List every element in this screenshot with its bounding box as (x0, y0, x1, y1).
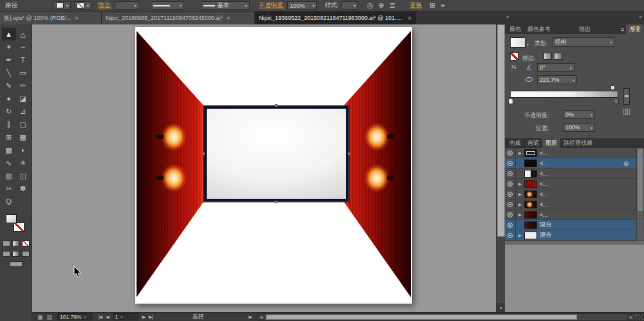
visibility-toggle[interactable] (505, 199, 516, 210)
gradient-stop-right[interactable] (614, 98, 619, 104)
scroll-left-button[interactable]: ◀ (258, 314, 265, 320)
mesh-tool[interactable]: ▦ (16, 131, 30, 143)
fill-indicator[interactable] (6, 214, 17, 223)
layer-row[interactable]: ▶ <... (505, 199, 644, 210)
expand-arrow-icon[interactable]: ▶ (516, 212, 524, 217)
column-graph-tool[interactable]: ▥ (2, 169, 16, 182)
line-segment-tool[interactable]: ╲ (2, 66, 16, 79)
stop-opacity-dropdown[interactable]: 0%▾ (563, 110, 595, 119)
scroll-down-button[interactable]: ▼ (497, 303, 506, 312)
tab-swatches[interactable]: 色板 (506, 138, 524, 148)
symbol-sprayer-tool[interactable]: ✳ (16, 156, 30, 169)
tab-stroke[interactable]: 描边 (576, 24, 594, 34)
fill-color-dropdown[interactable]: ▾ (53, 1, 71, 10)
draw-inside-button[interactable] (22, 251, 30, 257)
gradient-mode-button[interactable] (12, 241, 20, 246)
reverse-gradient-icon[interactable]: ⇆ (511, 64, 516, 70)
close-tab-icon[interactable]: × (227, 15, 231, 22)
hand-tool[interactable]: ✽ (16, 182, 30, 195)
layer-label[interactable]: <... (540, 160, 548, 167)
visibility-toggle[interactable] (505, 230, 516, 241)
blend-tool[interactable]: ∿ (2, 156, 16, 169)
draw-behind-button[interactable] (12, 251, 20, 257)
zoom-tool[interactable]: Q (2, 195, 16, 208)
fill-stroke-widget[interactable] (5, 213, 28, 236)
layer-row[interactable]: ▶ <... (505, 210, 644, 220)
expand-arrow-icon[interactable]: ▶ (516, 192, 524, 196)
horizontal-scrollbar[interactable]: ◀ ▶ (257, 313, 644, 321)
paintbrush-tool[interactable]: ✎ (2, 79, 16, 92)
rotate-tool[interactable]: ↻ (2, 105, 16, 118)
document-setup-icon[interactable]: ◎ (367, 2, 374, 9)
screen-mode-button[interactable] (10, 261, 23, 267)
rectangle-tool[interactable]: ▭ (16, 66, 30, 79)
resize-grip[interactable] (635, 314, 643, 320)
opacity-dropdown[interactable]: 100%▾ (287, 1, 317, 10)
visibility-toggle[interactable] (505, 220, 516, 230)
layer-label[interactable]: <... (540, 191, 548, 197)
pencil-tool[interactable]: ✏ (16, 79, 30, 92)
layer-row-selected[interactable]: ▶ 混合 (505, 230, 644, 241)
stroke-color-dropdown[interactable]: ▾ (74, 1, 91, 10)
layer-row[interactable]: ▶ <... (505, 189, 644, 199)
visibility-toggle[interactable] (505, 148, 516, 158)
tab-color[interactable]: 颜色 (506, 24, 524, 34)
gradient-stroke-swatch[interactable] (510, 52, 518, 60)
close-tab-icon[interactable]: × (75, 15, 79, 22)
opacity-label[interactable]: 不透明度: (259, 1, 285, 10)
artboard[interactable] (135, 27, 412, 304)
close-tab-icon[interactable]: × (408, 15, 412, 22)
scrollbar-thumb[interactable] (266, 315, 578, 320)
visibility-toggle[interactable] (505, 169, 516, 179)
stroke-gradient-along-icon[interactable] (544, 53, 552, 60)
expand-arrow-icon[interactable]: ▶ (516, 181, 524, 186)
opacity-stop[interactable] (611, 86, 615, 90)
direct-selection-tool[interactable]: △ (16, 28, 30, 41)
eyedropper-tool[interactable]: ◗ (16, 143, 30, 156)
layer-row-selected[interactable]: 混合 (505, 220, 644, 230)
draw-normal-button[interactable] (3, 251, 10, 257)
target-icon[interactable]: ◎ (623, 160, 629, 167)
layers-scrollbar[interactable] (636, 148, 643, 241)
layer-row[interactable]: <... (505, 169, 644, 179)
scrollbar-thumb[interactable] (497, 24, 505, 237)
layer-label[interactable]: <... (540, 181, 548, 187)
tab-pathfinder[interactable]: 路径查找器 (560, 138, 596, 148)
gradient-type-dropdown[interactable]: 径向▾ (553, 37, 614, 47)
stroke-weight-dropdown[interactable]: ▾ (115, 1, 139, 10)
layer-label[interactable]: 混合 (540, 231, 551, 239)
layer-row[interactable]: ▶ <... (505, 148, 644, 158)
panel-options-icon[interactable]: ≣ (390, 2, 395, 9)
tab-gradient[interactable]: 渐变 (626, 24, 644, 34)
artboard-navigation-dropdown[interactable]: 1▾ (113, 313, 138, 320)
panel-menu-icon[interactable]: ≡ (619, 24, 626, 34)
visibility-toggle[interactable] (505, 179, 516, 189)
layer-label[interactable]: <... (540, 212, 548, 218)
selection-tool[interactable]: ▲ (2, 28, 16, 41)
layer-label[interactable]: 混合 (540, 221, 551, 229)
expand-arrow-icon[interactable]: ▶ (516, 151, 524, 155)
layer-label[interactable]: <... (540, 150, 548, 156)
document-tab[interactable]: 换].eps* @ 100% (RGB/... × (0, 12, 102, 24)
layer-row-selected[interactable]: <... ◎ (505, 158, 644, 169)
stroke-gradient-across-icon[interactable] (554, 53, 562, 60)
width-tool[interactable]: ∥ (2, 118, 16, 131)
brush-definition-dropdown[interactable]: 基本▾ (201, 1, 250, 10)
previous-artboard-button[interactable]: ◀ (106, 315, 108, 320)
gradient-mini-slider[interactable] (623, 88, 630, 105)
layer-row[interactable]: ▶ <... (505, 179, 644, 189)
slice-tool[interactable]: ✂ (2, 182, 16, 195)
document-tab[interactable]: Nipic_20180988_20171119094708245000.ai* … (102, 12, 255, 24)
gradient-swatch-dropdown-icon[interactable]: ▾ (527, 42, 529, 46)
scrollbar-thumb[interactable] (638, 149, 643, 211)
color-mode-button[interactable] (3, 241, 10, 246)
tab-color-guide[interactable]: 颜色参考 (524, 24, 554, 34)
document-info-icon[interactable]: ▤ (47, 314, 53, 320)
vertical-scrollbar[interactable]: ▼ (496, 24, 505, 312)
free-transform-tool[interactable]: ▢ (16, 118, 30, 131)
status-popup-arrow-icon[interactable]: ▶ (249, 315, 251, 320)
width-profile-dropdown[interactable]: ▾ (151, 1, 184, 10)
gradient-stop-left[interactable] (508, 98, 513, 104)
last-artboard-button[interactable]: ▶| (149, 315, 152, 320)
scroll-right-button[interactable]: ▶ (627, 314, 635, 320)
